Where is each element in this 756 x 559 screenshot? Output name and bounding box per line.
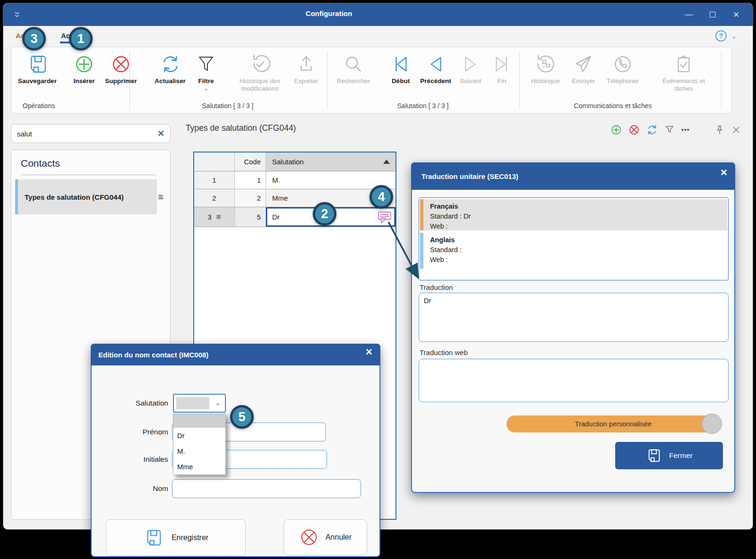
row-number-cell[interactable]: 2 xyxy=(194,189,235,207)
filter-icon[interactable] xyxy=(664,125,675,135)
dropdown-option-dr[interactable]: Dr xyxy=(173,428,225,443)
refresh-icon[interactable] xyxy=(646,124,658,136)
group-label-communications: Communications et tâches xyxy=(574,102,652,110)
comm-history-button[interactable]: Historique xyxy=(523,51,567,106)
filter-icon xyxy=(196,51,216,77)
export-button[interactable]: Exporter xyxy=(287,51,325,106)
nav-next-button[interactable]: Suivant xyxy=(454,51,488,106)
insert-button[interactable]: Insérer xyxy=(69,51,99,106)
comm-history-icon xyxy=(534,51,556,77)
nom-field[interactable] xyxy=(172,479,361,498)
save-button[interactable]: Sauvegarder xyxy=(14,51,61,106)
ribbon-collapse-icon[interactable] xyxy=(14,11,20,17)
search-icon xyxy=(343,51,364,77)
salutation-column-header[interactable]: Salutation xyxy=(266,152,395,171)
group-separator xyxy=(327,51,327,110)
sidebar-section-title: Contacts xyxy=(21,158,60,169)
code-column-header[interactable]: Code xyxy=(235,152,266,171)
enregistrer-button-label: Enregistrer xyxy=(172,534,208,542)
sidebar-search: ✕ xyxy=(11,124,171,143)
row-number-cell[interactable]: 1 xyxy=(194,171,235,189)
toggle-knob[interactable] xyxy=(702,414,722,434)
translation-dialog: Traduction unitaire (SEC013) ✕ Français … xyxy=(411,162,735,493)
dropdown-option-m[interactable]: M. xyxy=(173,443,225,459)
close-icon[interactable]: ✕ xyxy=(720,167,728,178)
nav-last-icon xyxy=(492,51,512,77)
group-label-operations: Opérations xyxy=(23,102,55,110)
dialog-title-bar: Traduction unitaire (SEC013) ✕ xyxy=(411,162,735,190)
ribbon-tabs: Accueil Actions ? ⌄ xyxy=(3,26,753,48)
nom-label: Nom xyxy=(119,484,168,493)
close-icon[interactable]: ✕ xyxy=(724,3,748,26)
code-cell[interactable]: 1 xyxy=(235,171,266,189)
search-button[interactable]: Rechercher xyxy=(330,51,377,106)
panel-toolbar: ••• xyxy=(610,124,741,136)
filter-button[interactable]: Filtre ⌄ xyxy=(192,51,220,106)
table-row-selected[interactable]: 3 ≡ 5 Dr xyxy=(194,207,395,227)
language-entry-anglais[interactable]: Anglais Standard : Web : xyxy=(420,233,727,269)
chevron-down-icon: ⌄ xyxy=(215,399,221,407)
export-icon xyxy=(295,51,317,77)
chevron-down-icon: ⌄ xyxy=(204,85,208,92)
row-number-cell[interactable]: 3 ≡ xyxy=(194,207,235,227)
annuler-button[interactable]: Annuler xyxy=(284,519,367,555)
close-icon[interactable]: ✕ xyxy=(365,347,373,357)
search-input[interactable] xyxy=(17,130,157,138)
table-row[interactable]: 1 1 M. xyxy=(194,171,395,189)
language-entry-francais[interactable]: Français Standard : Dr Web : xyxy=(420,199,727,230)
insert-icon xyxy=(73,51,95,77)
callout-badge-1: 1 xyxy=(69,27,93,51)
traduction-web-textarea[interactable] xyxy=(419,359,729,402)
code-cell[interactable]: 2 xyxy=(235,189,266,207)
help-icon[interactable]: ? xyxy=(715,30,727,42)
salutation-combobox[interactable]: ⌄ xyxy=(173,394,226,413)
code-cell[interactable]: 5 xyxy=(235,207,266,227)
fermer-button[interactable]: Fermer xyxy=(615,442,723,469)
clear-search-icon[interactable]: ✕ xyxy=(157,128,164,139)
divider xyxy=(21,175,156,175)
nav-next-icon xyxy=(461,51,481,77)
events-tasks-button[interactable]: Événements et tâches xyxy=(657,51,710,106)
sidebar-item-label: Types de salutation (CFG044) xyxy=(18,193,124,201)
pin-icon[interactable] xyxy=(714,125,725,135)
hamburger-icon: ≡ xyxy=(216,212,221,222)
nav-last-button[interactable]: Fin xyxy=(490,51,514,106)
close-icon[interactable] xyxy=(731,125,741,135)
row-number-header[interactable] xyxy=(194,152,235,171)
refresh-button[interactable]: Actualiser xyxy=(149,51,191,106)
sidebar-item-types-de-salutation[interactable]: Types de salutation (CFG044) xyxy=(15,179,157,214)
events-tasks-icon xyxy=(673,51,695,77)
phone-icon xyxy=(612,51,634,77)
phone-button[interactable]: Téléphoner xyxy=(598,51,647,106)
traduction-textarea[interactable]: Dr xyxy=(419,293,729,342)
grid-header-row: Code Salutation xyxy=(194,152,395,171)
custom-translation-toggle[interactable]: Traduction personnalisée xyxy=(507,415,720,432)
hamburger-icon[interactable]: ≡ xyxy=(158,192,163,203)
dropdown-option-mme[interactable]: Mme xyxy=(173,459,225,474)
toggle-label: Traduction personnalisée xyxy=(575,420,652,428)
title-bar: Configuration — ☐ ✕ xyxy=(3,3,753,26)
nav-previous-button[interactable]: Précédent xyxy=(414,51,457,106)
sort-ascending-icon xyxy=(383,160,390,164)
window-title: Configuration xyxy=(306,9,352,17)
dialog-title-bar: Edition du nom contact (IMC008) ✕ xyxy=(91,344,380,365)
table-row[interactable]: 2 2 Mme xyxy=(194,189,395,207)
delete-icon[interactable] xyxy=(628,124,640,136)
maximize-icon[interactable]: ☐ xyxy=(701,3,724,26)
page-title: Types de salutation (CFG044) xyxy=(186,123,296,133)
enregistrer-button[interactable]: Enregistrer xyxy=(106,519,246,556)
delete-button[interactable]: Supprimer xyxy=(99,51,143,106)
minimize-icon[interactable]: — xyxy=(677,3,701,26)
group-separator xyxy=(721,51,722,110)
save-icon xyxy=(645,448,662,464)
salutation-label: Salutation xyxy=(119,398,168,408)
add-icon[interactable] xyxy=(610,124,622,136)
send-button[interactable]: Envoyer xyxy=(565,51,602,106)
nav-first-button[interactable]: Début xyxy=(386,51,415,106)
ribbon: Sauvegarder Insérer Supprimer xyxy=(11,47,732,114)
chevron-down-icon[interactable]: ⌄ xyxy=(731,33,737,40)
more-icon[interactable]: ••• xyxy=(681,126,690,134)
dropdown-option-blank[interactable] xyxy=(173,414,225,428)
save-icon xyxy=(26,51,48,77)
history-modifications-button[interactable]: Historique des modifications xyxy=(231,51,289,106)
